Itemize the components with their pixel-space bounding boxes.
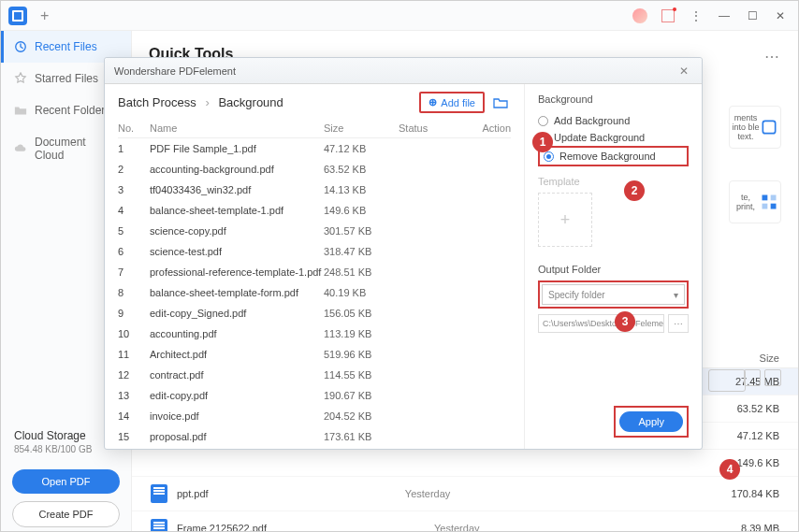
cell-size: 190.67 KB xyxy=(324,390,399,401)
cell-name: tf04033436_win32.pdf xyxy=(150,184,324,195)
avatar-icon[interactable] xyxy=(628,4,652,28)
pdf-file-icon xyxy=(151,519,167,532)
annotation-3: 3 xyxy=(615,311,635,332)
cell-status xyxy=(399,164,464,175)
window-minimize-button[interactable]: — xyxy=(712,4,736,28)
cell-no: 7 xyxy=(118,266,150,278)
cell-size: 113.19 KB xyxy=(324,328,399,339)
star-icon xyxy=(14,72,27,85)
breadcrumb-leaf: Background xyxy=(218,95,283,109)
titlebar: + ⋮ — ☐ ✕ xyxy=(1,1,798,31)
file-row[interactable]: ppt.pdfYesterday170.84 KB xyxy=(132,477,798,511)
cell-no: 1 xyxy=(118,143,150,154)
header-name: Name xyxy=(150,122,324,134)
output-path-value: C:\Users\ws\Desktop\PDFelement\Bacl xyxy=(543,319,664,328)
apply-button[interactable]: Apply xyxy=(619,411,683,432)
table-row[interactable]: 1 PDF File Sample_1.pdf 47.12 KB xyxy=(118,138,511,159)
cell-action xyxy=(464,143,511,154)
browse-folder-button[interactable]: ⋯ xyxy=(668,314,689,333)
radio-label: Update Background xyxy=(554,132,645,143)
table-row[interactable]: 13 edit-copy.pdf 190.67 KB xyxy=(118,385,511,406)
cell-status xyxy=(399,410,464,422)
grid-view-button[interactable] xyxy=(764,369,781,386)
window-close-button[interactable]: ✕ xyxy=(768,4,792,28)
list-view-button[interactable] xyxy=(744,369,761,386)
search-input[interactable] xyxy=(708,369,746,392)
cell-name: edit-copy_Signed.pdf xyxy=(150,308,324,319)
new-tab-button[interactable]: + xyxy=(35,7,54,24)
radio-update-background[interactable]: Update Background xyxy=(538,129,689,146)
table-row[interactable]: 7 professional-reference-template-1.pdf … xyxy=(118,262,511,282)
folder-icon xyxy=(14,104,27,117)
radio-icon xyxy=(544,151,554,162)
file-row[interactable]: 149.6 KB xyxy=(132,450,798,477)
cell-no: 6 xyxy=(118,246,150,257)
cell-no: 12 xyxy=(118,369,150,381)
table-row[interactable]: 8 balance-sheet-template-form.pdf 40.19 … xyxy=(118,282,511,303)
create-pdf-button[interactable]: Create PDF xyxy=(12,501,120,527)
table-row[interactable]: 5 science-copy.pdf 301.57 KB xyxy=(118,221,511,241)
cell-status xyxy=(399,184,464,195)
radio-label: Remove Background xyxy=(559,151,656,162)
cell-no: 9 xyxy=(118,308,150,319)
output-path-field[interactable]: C:\Users\ws\Desktop\PDFelement\Bacl xyxy=(538,314,664,333)
table-row[interactable]: 6 science-test.pdf 318.47 KB xyxy=(118,241,511,262)
cell-action xyxy=(464,246,511,257)
header-action: Action xyxy=(464,122,511,134)
cell-status xyxy=(399,143,464,154)
annotation-2: 2 xyxy=(624,180,645,201)
batch-process-modal: Wondershare PDFelement ✕ Batch Process ›… xyxy=(104,57,703,450)
file-row[interactable]: Frame 2125622.pdfYesterday8.39 MB xyxy=(132,511,798,532)
header-no: No. xyxy=(118,122,150,134)
output-folder-select[interactable]: Specify folder ▾ xyxy=(542,284,685,305)
breadcrumb-root[interactable]: Batch Process xyxy=(118,95,196,109)
kebab-menu-icon[interactable]: ⋮ xyxy=(684,4,708,28)
open-pdf-button[interactable]: Open PDF xyxy=(12,469,120,494)
cell-status xyxy=(399,431,464,442)
cell-status xyxy=(399,369,464,381)
cell-no: 5 xyxy=(118,225,150,237)
cell-name: PDF File Sample_1.pdf xyxy=(150,143,324,154)
radio-remove-background[interactable]: Remove Background xyxy=(538,146,689,166)
table-row[interactable]: 4 balance-sheet-template-1.pdf 149.6 KB xyxy=(118,200,511,221)
app-logo xyxy=(8,7,27,25)
cell-size: 204.52 KB xyxy=(324,410,399,422)
pdf-file-icon xyxy=(151,484,167,503)
notification-icon[interactable] xyxy=(656,4,680,28)
radio-label: Add Background xyxy=(554,115,630,126)
cell-status xyxy=(399,308,464,319)
cell-action xyxy=(464,266,511,278)
table-row[interactable]: 11 Architect.pdf 519.96 KB xyxy=(118,344,511,365)
add-file-label: Add file xyxy=(441,97,475,108)
cell-action xyxy=(464,431,511,442)
cell-size: 173.61 KB xyxy=(324,431,399,442)
cell-size: 301.57 KB xyxy=(324,225,399,237)
template-add-button[interactable]: + xyxy=(538,193,592,247)
table-row[interactable]: 3 tf04033436_win32.pdf 14.13 KB xyxy=(118,180,511,200)
cell-status xyxy=(399,349,464,360)
cell-no: 13 xyxy=(118,390,150,401)
window-maximize-button[interactable]: ☐ xyxy=(740,4,764,28)
cell-size: 149.6 KB xyxy=(324,205,399,216)
cell-no: 10 xyxy=(118,328,150,339)
add-file-button[interactable]: ⊕ Add file xyxy=(419,92,485,113)
table-row[interactable]: 2 accounting-background.pdf 63.52 KB xyxy=(118,159,511,180)
cell-status xyxy=(399,225,464,237)
table-row[interactable]: 15 proposal.pdf 173.61 KB xyxy=(118,426,511,447)
annotation-1: 1 xyxy=(532,132,553,152)
table-row[interactable]: 10 accounting.pdf 113.19 KB xyxy=(118,324,511,344)
cell-no: 4 xyxy=(118,205,150,216)
add-folder-button[interactable] xyxy=(490,93,511,113)
cell-name: accounting.pdf xyxy=(150,328,324,339)
cell-action xyxy=(464,328,511,339)
cell-size: 318.47 KB xyxy=(324,246,399,257)
table-row[interactable]: 9 edit-copy_Signed.pdf 156.05 KB xyxy=(118,303,511,324)
table-row[interactable]: 12 contract.pdf 114.55 KB xyxy=(118,365,511,385)
cell-status xyxy=(399,246,464,257)
radio-add-background[interactable]: Add Background xyxy=(538,112,689,129)
clock-icon xyxy=(14,40,27,53)
output-folder-label: Output Folder xyxy=(538,264,689,275)
table-row[interactable]: 14 invoice.pdf 204.52 KB xyxy=(118,406,511,426)
more-options-button[interactable]: ⋯ xyxy=(764,48,781,65)
modal-close-button[interactable]: ✕ xyxy=(676,63,692,79)
